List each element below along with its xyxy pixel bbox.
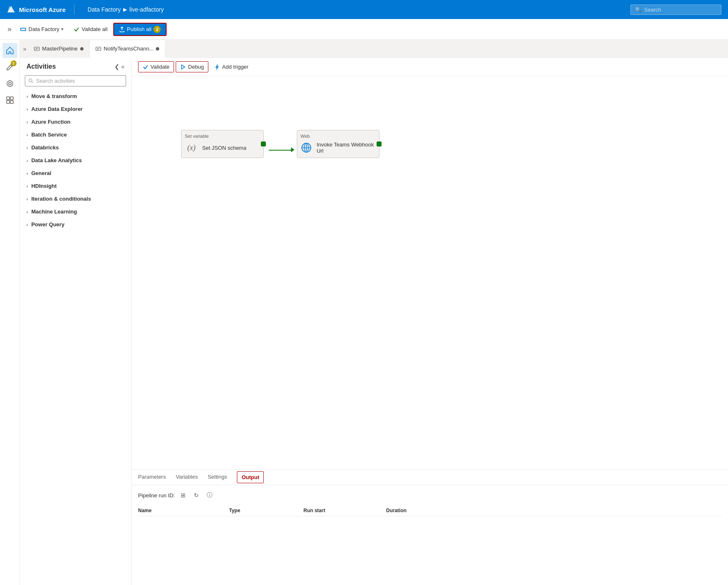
bottom-content: Pipeline run ID: ⊞ ↻ ⓘ Name Type Run sta… xyxy=(131,485,728,585)
activity-group-move[interactable]: › Move & transform xyxy=(20,90,131,103)
breadcrumb-item-2[interactable]: live-adfactory xyxy=(129,6,164,13)
sidebar-item-home[interactable] xyxy=(2,43,17,58)
tab-parameters[interactable]: Parameters xyxy=(138,470,166,485)
collapse-all-icon[interactable]: « xyxy=(121,63,124,70)
right-pane: Validate Debug Add trigger xyxy=(131,58,728,585)
sidebar-collapse-btn[interactable]: » xyxy=(5,25,14,34)
bottom-panel: Parameters Variables Settings Output Pip… xyxy=(131,469,728,585)
main-toolbar: » Data Factory ▾ Validate all Publish al… xyxy=(0,19,728,40)
svg-rect-8 xyxy=(34,47,39,50)
search-activities-icon xyxy=(29,78,33,84)
data-factory-icon xyxy=(20,26,26,33)
hdi-chevron-icon: › xyxy=(26,184,28,189)
activity-group-iteration[interactable]: › Iteration & conditionals xyxy=(20,192,131,205)
gen-chevron-icon: › xyxy=(26,171,28,176)
col-header-duration: Duration xyxy=(386,508,721,513)
dl-chevron-icon: › xyxy=(26,158,28,163)
tab-notify-label: NotifyTeamsChann... xyxy=(104,46,154,52)
bs-chevron-icon: › xyxy=(26,132,28,137)
sidebar-item-manage[interactable] xyxy=(2,93,17,108)
info-icon[interactable]: ⓘ xyxy=(205,490,215,500)
lightning-icon xyxy=(214,64,220,70)
data-factory-chevron-icon: ▾ xyxy=(61,26,64,32)
publish-all-label: Publish all xyxy=(127,26,151,32)
svg-point-3 xyxy=(9,82,11,85)
search-input[interactable] xyxy=(644,7,717,13)
add-trigger-label: Add trigger xyxy=(222,64,248,70)
activity-group-azure-function[interactable]: › Azure Function xyxy=(20,115,131,128)
iter-chevron-icon: › xyxy=(26,197,28,201)
search-activities-input[interactable] xyxy=(36,78,122,84)
svg-line-15 xyxy=(32,82,33,83)
tab-master-pipeline[interactable]: MasterPipeline xyxy=(28,40,90,58)
activity-group-hdinsight[interactable]: › HDInsight xyxy=(20,180,131,192)
copy-run-id-icon[interactable]: ⊞ xyxy=(178,490,188,500)
tab-output[interactable]: Output xyxy=(237,471,264,483)
content-area: » MasterPipeline NotifyTeamsChann... xyxy=(20,40,728,585)
debug-label: Debug xyxy=(188,64,204,70)
brand: Microsoft Azure xyxy=(7,5,79,14)
monitor-icon xyxy=(6,79,14,88)
azure-logo-icon xyxy=(7,5,16,14)
ml-chevron-icon: › xyxy=(26,209,28,214)
node1-body: (x) Set JSON schema xyxy=(185,141,260,154)
svg-rect-7 xyxy=(10,101,13,103)
svg-point-14 xyxy=(29,79,32,82)
breadcrumb: Data Factory ▶ live-adfactory xyxy=(88,6,164,13)
activity-node-web[interactable]: Web Invoke Tea xyxy=(297,130,380,158)
breadcrumb-item-1[interactable]: Data Factory xyxy=(88,6,121,13)
brand-name: Microsoft Azure xyxy=(19,6,66,13)
set-variable-icon: (x) xyxy=(185,141,198,154)
pipeline-icon-2 xyxy=(95,46,101,52)
pipeline-canvas[interactable]: Set variable (x) Set JSON schema Web xyxy=(131,76,728,469)
validate-all-button[interactable]: Validate all xyxy=(69,24,112,34)
tab-notify-pipeline[interactable]: NotifyTeamsChann... xyxy=(90,40,166,58)
node1-header: Set variable xyxy=(185,134,260,139)
activity-group-batch-service[interactable]: › Batch Service xyxy=(20,128,131,141)
activity-group-databricks[interactable]: › Databricks xyxy=(20,141,131,154)
pq-chevron-icon: › xyxy=(26,222,28,227)
tab-variables[interactable]: Variables xyxy=(176,470,198,485)
add-trigger-button[interactable]: Add trigger xyxy=(210,62,253,72)
tab-settings[interactable]: Settings xyxy=(208,470,227,485)
global-search[interactable]: 🔍 xyxy=(630,5,721,15)
bottom-tabs: Parameters Variables Settings Output xyxy=(131,470,728,485)
sidebar-item-edit[interactable]: 2 xyxy=(2,60,17,74)
pipeline-tabs: » MasterPipeline NotifyTeamsChann... xyxy=(20,40,728,58)
activity-group-general[interactable]: › General xyxy=(20,167,131,180)
tab-master-label: MasterPipeline xyxy=(42,46,78,52)
refresh-icon[interactable]: ↻ xyxy=(191,490,201,500)
node2-body: Invoke Teams Webhook Url xyxy=(301,141,376,154)
svg-rect-1 xyxy=(21,29,25,30)
af-chevron-icon: › xyxy=(26,120,28,125)
search-activities-box[interactable] xyxy=(25,75,126,86)
collapse-icon[interactable]: ❮ xyxy=(115,63,119,70)
svg-rect-5 xyxy=(10,97,13,100)
data-factory-button[interactable]: Data Factory ▾ xyxy=(16,24,68,35)
left-sidebar: 2 xyxy=(0,40,20,585)
col-header-type: Type xyxy=(229,508,303,513)
activity-groups: › Move & transform › Azure Data Explorer… xyxy=(20,90,131,231)
manage-icon xyxy=(6,96,14,104)
breadcrumb-arrow: ▶ xyxy=(123,7,127,12)
debug-play-icon xyxy=(180,64,186,70)
tabs-expand-btn[interactable]: » xyxy=(23,46,26,52)
publish-all-button[interactable]: Publish all 2 xyxy=(113,23,167,36)
activity-group-azure-data-explorer[interactable]: › Azure Data Explorer xyxy=(20,103,131,115)
svg-point-2 xyxy=(7,81,13,86)
debug-button[interactable]: Debug xyxy=(176,61,208,72)
data-factory-label: Data Factory xyxy=(29,26,59,32)
validate-check-icon xyxy=(143,64,148,70)
pipeline-run-label: Pipeline run ID: xyxy=(138,492,175,499)
activity-group-power-query[interactable]: › Power Query xyxy=(20,218,131,231)
activity-group-data-lake[interactable]: › Data Lake Analytics xyxy=(20,154,131,167)
activity-group-machine-learning[interactable]: › Machine Learning xyxy=(20,205,131,218)
svg-rect-4 xyxy=(7,97,10,100)
tab-master-dot xyxy=(80,47,84,50)
pipeline-icon-1 xyxy=(34,46,40,52)
activities-header: Activities ❮ « xyxy=(20,58,131,74)
activity-node-set-variable[interactable]: Set variable (x) Set JSON schema xyxy=(181,130,264,158)
sidebar-item-monitor[interactable] xyxy=(2,76,17,91)
svg-rect-6 xyxy=(7,101,10,103)
validate-button[interactable]: Validate xyxy=(138,61,174,72)
